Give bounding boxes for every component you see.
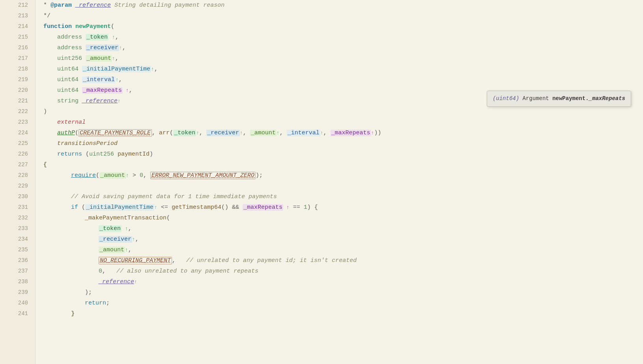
- code-line-234: _receiver↑,: [36, 234, 643, 245]
- code-text: */: [43, 11, 50, 21]
- code-line-231: if (_initialPaymentTime↑ <= getTimestamp…: [36, 202, 643, 213]
- code-text: {: [43, 160, 47, 170]
- ln-233: 233: [0, 223, 35, 234]
- ln-229: 229: [0, 181, 35, 191]
- code-text: return;: [85, 298, 110, 308]
- tooltip-type: (uint64): [493, 95, 519, 102]
- ln-222: 222: [0, 106, 35, 117]
- code-text: _receiver↑,: [99, 234, 139, 245]
- ln-236: 236: [0, 255, 35, 266]
- code-text: _amount↑,: [99, 245, 132, 255]
- type-tooltip: (uint64) Argument newPayment._maxRepeats: [487, 91, 631, 107]
- ln-230: 230: [0, 191, 35, 202]
- ln-214: 214: [0, 21, 35, 32]
- code-line-222: ): [36, 106, 643, 117]
- code-text: authP(CREATE_PAYMENTS_ROLE, arr(_token↑,…: [57, 128, 381, 138]
- code-line-217: uint256 _amount↑,: [36, 53, 643, 64]
- ln-216: 216: [0, 43, 35, 53]
- code-text: }: [71, 308, 75, 319]
- ln-241: 241: [0, 308, 35, 319]
- ln-226: 226: [0, 149, 35, 160]
- code-text: string _reference↑: [57, 96, 121, 106]
- code-line-212: * @param _reference String detailing pay…: [36, 0, 643, 11]
- code-line-241: }: [36, 308, 643, 319]
- ln-221: 221: [0, 96, 35, 106]
- ln-224: 224: [0, 128, 35, 138]
- ln-238: 238: [0, 277, 35, 287]
- code-text: transitionsPeriod: [57, 138, 118, 149]
- code-line-216: address _receiver↑,: [36, 43, 643, 53]
- code-line-229: [36, 181, 643, 191]
- code-line-230: // Avoid saving payment data for 1 time …: [36, 191, 643, 202]
- code-line-215: address _token ↑,: [36, 32, 643, 43]
- code-text: external: [57, 117, 86, 128]
- ln-219: 219: [0, 74, 35, 85]
- code-text: );: [85, 287, 92, 298]
- code-text: // Avoid saving payment data for 1 time …: [71, 191, 277, 202]
- line-number-gutter: 212 213 214 215 216 217 218 219 220 221 …: [0, 0, 36, 364]
- code-text: uint64 _initialPaymentTime↑,: [57, 64, 158, 74]
- code-text: _makePaymentTransaction(: [85, 213, 170, 223]
- ln-235: 235: [0, 245, 35, 255]
- code-line-235: _amount↑,: [36, 245, 643, 255]
- tooltip-fn-param: newPayment._maxRepeats: [552, 95, 625, 102]
- ln-232: 232: [0, 213, 35, 223]
- code-text: require(_amount↑ > 0, ERROR_NEW_PAYMENT_…: [71, 170, 263, 181]
- ln-217: 217: [0, 53, 35, 64]
- ln-231: 231: [0, 202, 35, 213]
- code-line-214: function newPayment(: [36, 21, 643, 32]
- ln-223: 223: [0, 117, 35, 128]
- code-text: address _receiver↑,: [57, 43, 126, 53]
- ln-237: 237: [0, 266, 35, 277]
- code-line-239: );: [36, 287, 643, 298]
- ln-218: 218: [0, 64, 35, 74]
- code-text: 0, // also unrelated to any payment repe…: [99, 266, 258, 277]
- code-line-228: require(_amount↑ > 0, ERROR_NEW_PAYMENT_…: [36, 170, 643, 181]
- code-line-224: authP(CREATE_PAYMENTS_ROLE, arr(_token↑,…: [36, 128, 643, 138]
- code-line-223: external: [36, 117, 643, 128]
- code-text: _token ↑,: [99, 223, 132, 234]
- code-text: NO_RECURRING_PAYMENT, // unrelated to an…: [99, 255, 357, 266]
- code-line-219: uint64 _interval↑,: [36, 74, 643, 85]
- code-line-236: NO_RECURRING_PAYMENT, // unrelated to an…: [36, 255, 643, 266]
- code-text: if (_initialPaymentTime↑ <= getTimestamp…: [71, 202, 318, 213]
- code-text: uint64 _maxRepeats ↑,: [57, 85, 133, 96]
- code-text: address _token ↑,: [57, 32, 119, 43]
- tooltip-argument-label: Argument: [523, 95, 553, 102]
- ln-240: 240: [0, 298, 35, 308]
- code-text: function newPayment(: [43, 21, 114, 32]
- ln-234: 234: [0, 234, 35, 245]
- code-line-213: */: [36, 11, 643, 21]
- code-line-238: _reference↑: [36, 277, 643, 287]
- code-text: uint64 _interval↑,: [57, 74, 122, 85]
- code-line-237: 0, // also unrelated to any payment repe…: [36, 266, 643, 277]
- ln-225: 225: [0, 138, 35, 149]
- code-text: returns (uint256 paymentId): [57, 149, 153, 160]
- code-line-233: _token ↑,: [36, 223, 643, 234]
- ln-228: 228: [0, 170, 35, 181]
- code-content: * @param _reference String detailing pay…: [36, 0, 643, 364]
- code-text: uint256 _amount↑,: [57, 53, 119, 64]
- code-line-240: return;: [36, 298, 643, 308]
- code-line-218: uint64 _initialPaymentTime↑,: [36, 64, 643, 74]
- ln-239: 239: [0, 287, 35, 298]
- code-text: * @param _reference String detailing pay…: [43, 0, 224, 11]
- code-editor: 212 213 214 215 216 217 218 219 220 221 …: [0, 0, 643, 364]
- ln-227: 227: [0, 160, 35, 170]
- code-text: ): [43, 106, 47, 117]
- ln-215: 215: [0, 32, 35, 43]
- ln-212: 212: [0, 0, 35, 11]
- code-line-226: returns (uint256 paymentId): [36, 149, 643, 160]
- ln-213: 213: [0, 11, 35, 21]
- code-line-232: _makePaymentTransaction(: [36, 213, 643, 223]
- code-line-227: {: [36, 160, 643, 170]
- ln-220: 220: [0, 85, 35, 96]
- code-text: _reference↑: [99, 277, 137, 287]
- code-line-225: transitionsPeriod: [36, 138, 643, 149]
